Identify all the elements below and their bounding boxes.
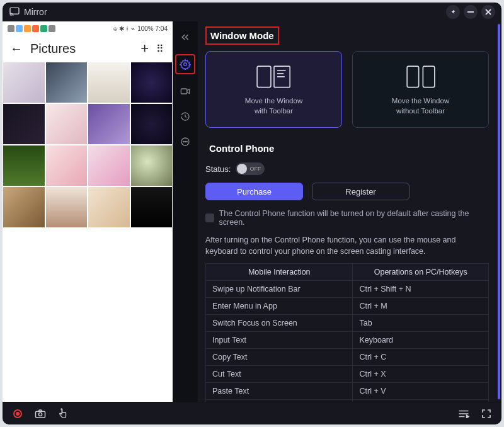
photo-thumb[interactable] xyxy=(3,186,45,228)
pin-button[interactable] xyxy=(446,5,460,19)
photo-thumb[interactable] xyxy=(45,186,88,228)
table-row: Enter Menu in AppCtrl + M xyxy=(206,298,489,315)
table-row: Cut TextCtrl + X xyxy=(206,366,489,383)
checkbox-label: The Control Phone function will be turne… xyxy=(219,209,489,227)
table-col-mobile: Mobile Interaction xyxy=(206,264,353,281)
photo-thumb[interactable] xyxy=(3,103,45,145)
svg-point-7 xyxy=(186,141,187,142)
grid-icon[interactable]: ⠿ xyxy=(156,43,165,55)
svg-rect-8 xyxy=(257,66,271,88)
photo-thumb[interactable] xyxy=(88,145,130,186)
app-title: Mirror xyxy=(24,7,47,17)
phone-header: ← Pictures + ⠿ xyxy=(3,35,173,62)
more-icon[interactable] xyxy=(177,134,193,150)
table-row: Copy TextCtrl + C xyxy=(206,349,489,366)
main-area: ⊕ ✱ ᚼ ⌁ 100% 7:04 ← Pictures + ⠿ Window … xyxy=(3,21,501,402)
screenshot-button[interactable] xyxy=(34,407,47,420)
table-row: Paste TextCtrl + V xyxy=(206,383,489,400)
photo-thumb[interactable] xyxy=(45,145,88,186)
close-button[interactable] xyxy=(481,5,495,19)
add-icon[interactable]: + xyxy=(140,40,149,57)
control-phone-description: After turning on the Control Phone funct… xyxy=(205,234,489,257)
mode-without-toolbar[interactable]: Move the Windowwithout Toolbar xyxy=(352,51,489,128)
svg-rect-14 xyxy=(423,66,434,88)
table-row: Input TextKeyboard xyxy=(206,332,489,349)
scrollbar[interactable] xyxy=(498,24,500,399)
battery-text: 100% 7:04 xyxy=(137,25,168,32)
settings-panel: Window Mode Move the Windowwith Toolbar xyxy=(198,21,501,402)
svg-rect-1 xyxy=(467,11,474,13)
svg-point-2 xyxy=(184,63,187,66)
photo-thumb[interactable] xyxy=(88,103,130,145)
svg-rect-3 xyxy=(181,89,186,94)
cast-icon xyxy=(9,7,20,18)
app-window: Mirror ⊕ ✱ ᚼ ⌁ 100% 7:04 ← xyxy=(3,3,501,424)
photo-thumb[interactable] xyxy=(3,62,45,103)
svg-point-16 xyxy=(38,413,42,416)
mode-sidebar xyxy=(173,21,198,402)
playlist-icon[interactable] xyxy=(457,407,470,420)
table-row: Undo (For Some Apps)Ctrl + Z xyxy=(206,400,489,402)
back-icon[interactable]: ← xyxy=(10,42,23,56)
default-on-checkbox[interactable] xyxy=(205,214,214,222)
app-brand: Mirror xyxy=(9,7,47,18)
collapse-icon[interactable] xyxy=(177,29,193,45)
photo-thumb[interactable] xyxy=(130,186,173,228)
photo-thumb[interactable] xyxy=(45,103,88,145)
wifi-icon: ⊕ ✱ ᚼ ⌁ xyxy=(113,25,135,32)
photo-thumb[interactable] xyxy=(130,145,173,186)
phone-mirror: ⊕ ✱ ᚼ ⌁ 100% 7:04 ← Pictures + ⠿ xyxy=(3,21,173,402)
pointer-button[interactable] xyxy=(57,407,69,420)
phone-statusbar: ⊕ ✱ ᚼ ⌁ 100% 7:04 xyxy=(3,21,173,35)
settings-gear-icon[interactable] xyxy=(177,56,193,72)
purchase-button[interactable]: Purchase xyxy=(205,183,303,200)
photo-thumb[interactable] xyxy=(45,62,88,103)
register-button[interactable]: Register xyxy=(312,183,410,200)
minimize-button[interactable] xyxy=(464,5,478,19)
photo-thumb[interactable] xyxy=(130,62,173,103)
history-icon[interactable] xyxy=(177,108,193,125)
window-mode-heading: Window Mode xyxy=(205,26,279,45)
photo-thumb[interactable] xyxy=(88,62,130,103)
photo-grid[interactable] xyxy=(3,62,173,228)
table-col-pc: Operations on PC/Hotkeys xyxy=(353,264,489,281)
fullscreen-icon[interactable] xyxy=(480,407,493,420)
photo-thumb[interactable] xyxy=(88,186,130,228)
control-phone-heading: Control Phone xyxy=(205,140,278,156)
table-row: Swipe up Notification BarCtrl + Shift + … xyxy=(206,281,489,298)
phone-page-title: Pictures xyxy=(30,42,133,56)
mode-with-toolbar[interactable]: Move the Windowwith Toolbar xyxy=(205,51,342,128)
hotkey-table: Mobile Interaction Operations on PC/Hotk… xyxy=(205,263,489,402)
status-label: Status: xyxy=(205,164,231,174)
control-phone-toggle[interactable]: OFF xyxy=(236,162,265,175)
bottom-toolbar xyxy=(3,402,501,424)
titlebar: Mirror xyxy=(3,3,501,21)
record-video-icon[interactable] xyxy=(177,83,193,100)
svg-point-5 xyxy=(183,141,184,142)
photo-thumb[interactable] xyxy=(130,103,173,145)
photo-thumb[interactable] xyxy=(3,145,45,186)
table-row: Switch Focus on ScreenTab xyxy=(206,315,489,332)
svg-point-6 xyxy=(185,141,185,142)
svg-rect-13 xyxy=(407,66,418,88)
record-button[interactable] xyxy=(11,407,24,420)
window-mode-options: Move the Windowwith Toolbar Move the Win… xyxy=(205,51,489,128)
